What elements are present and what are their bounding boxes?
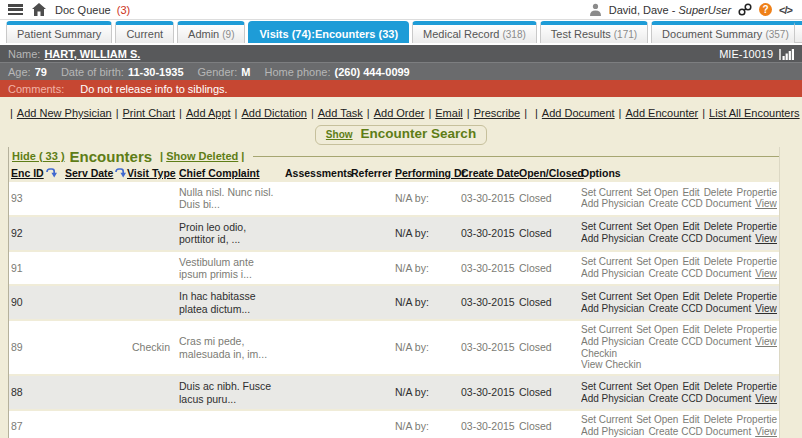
col-header-chief-complaint[interactable]: Chief Complaint	[177, 165, 283, 182]
home-icon[interactable]	[32, 3, 46, 16]
col-header-serv-date[interactable]: Serv Date	[63, 165, 125, 182]
help-icon[interactable]	[759, 3, 772, 16]
option-add-physician[interactable]: Add Physician	[581, 336, 644, 347]
option-create-ccd-document[interactable]: Create CCD Document	[648, 336, 751, 347]
code-icon[interactable]	[779, 4, 792, 16]
option-create-ccd-document[interactable]: Create CCD Document	[648, 233, 751, 244]
option-set-open[interactable]: Set Open	[636, 256, 678, 267]
option-properties[interactable]: Properties	[737, 324, 777, 335]
add-new-physician-link[interactable]: Add New Physician	[17, 107, 112, 119]
add-appt-link[interactable]: Add Appt	[186, 107, 231, 119]
option-delete[interactable]: Delete	[704, 291, 733, 302]
tab-current[interactable]: Current	[115, 21, 174, 43]
option-set-current[interactable]: Set Current	[581, 324, 632, 335]
prescribe-link[interactable]: Prescribe	[474, 107, 520, 119]
option-properties[interactable]: Properties	[737, 381, 777, 392]
email-link[interactable]: Email	[435, 107, 463, 119]
option-view-links[interactable]: View Links	[755, 268, 777, 279]
option-set-current[interactable]: Set Current	[581, 256, 632, 267]
option-checkin[interactable]: Checkin	[581, 348, 617, 359]
option-properties[interactable]: Properties	[737, 414, 777, 425]
option-set-open[interactable]: Set Open	[636, 221, 678, 232]
show-search-link[interactable]: Show	[326, 129, 353, 140]
option-set-current[interactable]: Set Current	[581, 221, 632, 232]
option-add-physician[interactable]: Add Physician	[581, 426, 644, 437]
option-edit[interactable]: Edit	[682, 324, 699, 335]
tab-document-summary[interactable]: Document Summary(357)	[651, 21, 800, 43]
option-set-current[interactable]: Set Current	[581, 187, 632, 198]
option-view-links[interactable]: View Links	[755, 393, 777, 404]
col-header-create-date[interactable]: Create Date	[459, 165, 517, 182]
print-chart-link[interactable]: Print Chart	[123, 107, 176, 119]
hamburger-menu-icon[interactable]	[8, 4, 23, 15]
col-header-enc-id[interactable]: Enc ID	[9, 165, 63, 182]
tab-test-results[interactable]: Test Results(171)	[540, 21, 648, 43]
option-create-ccd-document[interactable]: Create CCD Document	[648, 198, 751, 209]
show-deleted-link[interactable]: Show Deleted	[166, 150, 238, 162]
option-create-ccd-document[interactable]: Create CCD Document	[648, 426, 751, 437]
flowsheet-chart-icon[interactable]	[779, 48, 794, 60]
option-edit[interactable]: Edit	[682, 291, 699, 302]
option-set-open[interactable]: Set Open	[636, 291, 678, 302]
option-properties[interactable]: Properties	[737, 291, 777, 302]
option-set-current[interactable]: Set Current	[581, 414, 632, 425]
option-view-links[interactable]: View Links	[755, 198, 777, 209]
option-edit[interactable]: Edit	[682, 381, 699, 392]
separator	[179, 107, 182, 119]
option-delete[interactable]: Delete	[704, 381, 733, 392]
option-view-links[interactable]: View Links	[755, 303, 777, 314]
option-delete[interactable]: Delete	[704, 256, 733, 267]
option-delete[interactable]: Delete	[704, 221, 733, 232]
option-set-open[interactable]: Set Open	[636, 187, 678, 198]
option-set-current[interactable]: Set Current	[581, 291, 632, 302]
add-order-link[interactable]: Add Order	[374, 107, 425, 119]
option-create-ccd-document[interactable]: Create CCD Document	[648, 303, 751, 314]
performing-dr-cell: N/A by:	[393, 251, 459, 286]
option-properties[interactable]: Properties	[737, 187, 777, 198]
tab-partial[interactable]	[794, 21, 802, 43]
option-properties[interactable]: Properties	[737, 221, 777, 232]
link-icon[interactable]	[738, 3, 752, 16]
option-view-links[interactable]: View Links	[755, 336, 777, 347]
option-set-current[interactable]: Set Current	[581, 381, 632, 392]
option-set-open[interactable]: Set Open	[636, 324, 678, 335]
col-header-open-closed[interactable]: Open/Closed	[517, 165, 579, 182]
tab-visits-74-encounters-33[interactable]: Visits (74):Encounters (33)	[248, 21, 409, 43]
patient-name-link[interactable]: HART, WILLIAM S.	[44, 48, 140, 60]
option-create-ccd-document[interactable]: Create CCD Document	[648, 268, 751, 279]
add-dictation-link[interactable]: Add Dictation	[241, 107, 306, 119]
option-add-physician[interactable]: Add Physician	[581, 268, 644, 279]
col-header-performing-dr[interactable]: Performing Dr.	[393, 165, 459, 182]
tab-patient-summary[interactable]: Patient Summary	[6, 21, 112, 43]
option-add-physician[interactable]: Add Physician	[581, 233, 644, 244]
tab-admin[interactable]: Admin(9)	[177, 21, 245, 43]
option-view-links[interactable]: View Links	[755, 426, 777, 437]
hide-encounters-link[interactable]: Hide ( 33 )	[12, 150, 65, 162]
option-add-physician[interactable]: Add Physician	[581, 393, 644, 404]
tab-medical-record[interactable]: Medical Record(318)	[412, 21, 537, 43]
serv-date-cell	[63, 375, 125, 410]
current-user[interactable]: David, Dave - SuperUser	[609, 4, 731, 16]
add-document-link[interactable]: Add Document	[542, 107, 615, 119]
option-edit[interactable]: Edit	[682, 414, 699, 425]
option-edit[interactable]: Edit	[682, 256, 699, 267]
add-encounter-link[interactable]: Add Encounter	[625, 107, 698, 119]
option-edit[interactable]: Edit	[682, 221, 699, 232]
add-task-link[interactable]: Add Task	[318, 107, 363, 119]
option-delete[interactable]: Delete	[704, 414, 733, 425]
option-add-physician[interactable]: Add Physician	[581, 198, 644, 209]
option-delete[interactable]: Delete	[704, 324, 733, 335]
option-view-links[interactable]: View Links	[755, 233, 777, 244]
option-edit[interactable]: Edit	[682, 187, 699, 198]
option-properties[interactable]: Properties	[737, 256, 777, 267]
option-create-ccd-document[interactable]: Create CCD Document	[648, 393, 751, 404]
option-set-open[interactable]: Set Open	[636, 414, 678, 425]
queue-title[interactable]: Doc Queue	[55, 4, 111, 16]
list-all-encounters-link[interactable]: List All Encounters	[709, 107, 800, 119]
col-header-visit-type[interactable]: Visit Type	[125, 165, 177, 182]
option-view-checkin[interactable]: View Checkin	[581, 359, 641, 370]
option-delete[interactable]: Delete	[704, 187, 733, 198]
option-add-physician[interactable]: Add Physician	[581, 303, 644, 314]
encounter-row-87: 87N/A by:03-30-2015ClosedSet CurrentSet …	[9, 410, 779, 438]
option-set-open[interactable]: Set Open	[636, 381, 678, 392]
